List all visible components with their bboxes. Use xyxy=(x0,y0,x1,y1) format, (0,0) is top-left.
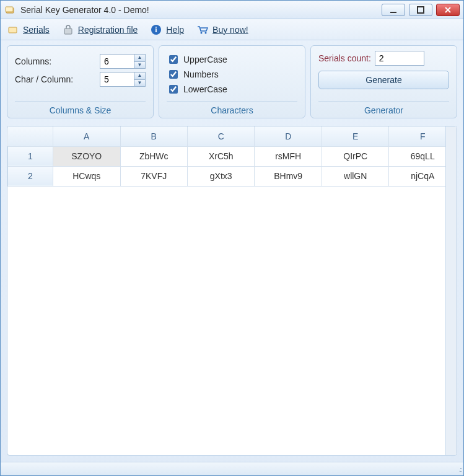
generator-panel: Serials count: Generate Generator xyxy=(310,45,457,118)
grid-cell[interactable]: wllGN xyxy=(322,166,388,186)
window-controls xyxy=(382,4,460,16)
titlebar: Serial Key Generator 4.0 - Demo! xyxy=(1,1,463,19)
row-header[interactable]: 2 xyxy=(8,166,53,186)
lowercase-label: LowerCase xyxy=(183,84,227,94)
help-menu[interactable]: i Help xyxy=(150,24,184,35)
help-label: Help xyxy=(166,25,184,35)
svg-rect-3 xyxy=(418,7,424,13)
serials-count-label: Serials count: xyxy=(318,53,371,63)
table-row: 2 HCwqs 7KVFJ gXtx3 BHmv9 wllGN njCqA xyxy=(8,166,457,186)
grid-cell[interactable]: HCwqs xyxy=(53,166,120,186)
char-column-label: Char / Column: xyxy=(15,74,96,84)
generator-caption: Generator xyxy=(318,101,449,115)
char-column-input[interactable] xyxy=(100,73,134,86)
grid-cell[interactable]: ZbHWc xyxy=(120,146,187,166)
columns-input[interactable] xyxy=(100,55,134,68)
char-down-button[interactable]: ▼ xyxy=(134,79,145,86)
grid-table: A B C D E F 1 SZOYO ZbHWc XrC5h rsMFH QI… xyxy=(7,126,457,187)
svg-rect-5 xyxy=(64,29,72,34)
col-header-e[interactable]: E xyxy=(322,126,388,146)
settings-row: Columns: ▲ ▼ Char / Column: ▲ xyxy=(1,40,463,123)
grid-cell[interactable]: rsMFH xyxy=(255,146,322,166)
char-up-button[interactable]: ▲ xyxy=(134,73,145,79)
serials-count-input[interactable] xyxy=(375,51,424,66)
grid-cell[interactable]: SZOYO xyxy=(53,146,120,166)
columns-down-button[interactable]: ▼ xyxy=(134,61,145,68)
col-header-d[interactable]: D xyxy=(255,126,322,146)
close-button[interactable] xyxy=(436,4,460,16)
grid-cell[interactable]: gXtx3 xyxy=(187,166,254,186)
grid-cell[interactable]: BHmv9 xyxy=(255,166,322,186)
app-icon xyxy=(4,4,17,15)
maximize-button[interactable] xyxy=(409,4,432,16)
app-window: Serial Key Generator 4.0 - Demo! Serials… xyxy=(0,0,464,476)
status-bar: .:: xyxy=(1,462,463,475)
columns-up-button[interactable]: ▲ xyxy=(134,55,145,61)
serials-icon xyxy=(7,24,19,35)
buy-label: Buy now! xyxy=(212,25,248,35)
toolbar: Serials Registration file i Help Buy now… xyxy=(1,19,463,40)
serials-menu[interactable]: Serials xyxy=(7,24,50,35)
serials-grid: A B C D E F 1 SZOYO ZbHWc XrC5h rsMFH QI… xyxy=(7,126,457,456)
svg-point-8 xyxy=(201,32,203,33)
col-header-c[interactable]: C xyxy=(187,126,254,146)
uppercase-checkbox[interactable] xyxy=(169,55,178,64)
grid-cell[interactable]: 7KVFJ xyxy=(120,166,187,186)
char-column-spinner[interactable]: ▲ ▼ xyxy=(100,72,146,87)
serials-label: Serials xyxy=(23,25,50,35)
svg-rect-4 xyxy=(9,27,17,33)
registration-menu[interactable]: Registration file xyxy=(62,24,138,35)
uppercase-label: UpperCase xyxy=(183,55,227,64)
svg-rect-2 xyxy=(390,12,396,13)
help-icon: i xyxy=(150,24,162,35)
numbers-label: Numbers xyxy=(183,69,219,79)
buy-menu[interactable]: Buy now! xyxy=(196,24,248,35)
lowercase-checkbox[interactable] xyxy=(169,85,178,94)
registration-label: Registration file xyxy=(78,25,138,35)
window-title: Serial Key Generator 4.0 - Demo! xyxy=(20,5,382,15)
svg-rect-1 xyxy=(6,7,13,12)
generate-button[interactable]: Generate xyxy=(318,71,449,89)
columns-label: Columns: xyxy=(15,56,96,66)
numbers-checkbox[interactable] xyxy=(169,70,178,79)
vertical-scrollbar[interactable] xyxy=(445,126,457,455)
characters-caption: Characters xyxy=(167,101,297,115)
col-header-b[interactable]: B xyxy=(120,126,187,146)
row-header[interactable]: 1 xyxy=(8,146,53,166)
resize-grip-icon[interactable]: .:: xyxy=(459,465,461,473)
minimize-button[interactable] xyxy=(382,4,405,16)
characters-panel: UpperCase Numbers LowerCase Characters xyxy=(159,45,305,118)
grid-cell[interactable]: QIrPC xyxy=(322,146,388,166)
columns-size-panel: Columns: ▲ ▼ Char / Column: ▲ xyxy=(7,45,154,118)
registration-icon xyxy=(62,24,74,35)
svg-point-9 xyxy=(205,32,207,33)
grid-corner xyxy=(8,126,53,146)
columns-size-caption: Columns & Size xyxy=(15,101,146,115)
table-row: 1 SZOYO ZbHWc XrC5h rsMFH QIrPC 69qLL xyxy=(8,146,457,166)
buy-icon xyxy=(196,24,209,35)
columns-spinner[interactable]: ▲ ▼ xyxy=(100,54,146,69)
col-header-a[interactable]: A xyxy=(53,126,120,146)
grid-cell[interactable]: XrC5h xyxy=(187,146,254,166)
